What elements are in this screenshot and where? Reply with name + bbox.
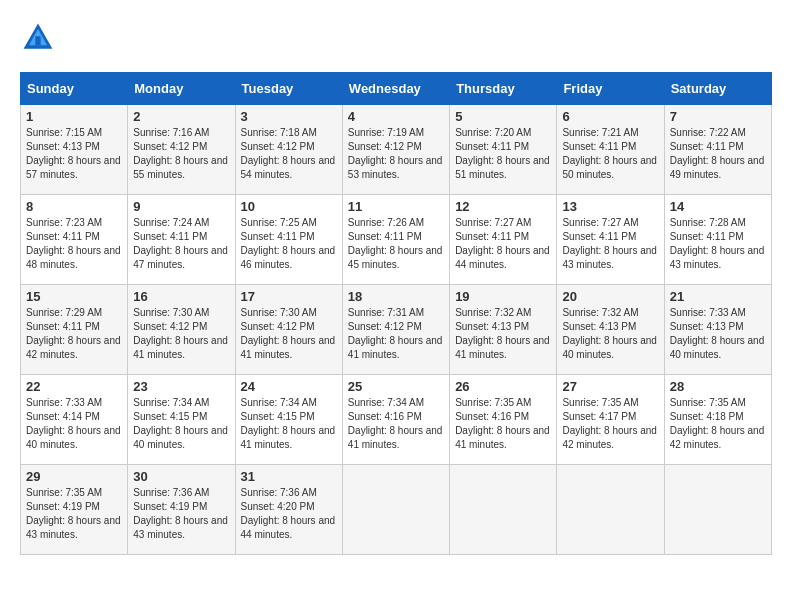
sunset-label: Sunset: 4:14 PM — [26, 411, 100, 422]
day-number: 8 — [26, 199, 122, 214]
sunrise-label: Sunrise: 7:35 AM — [562, 397, 638, 408]
calendar-cell: 4 Sunrise: 7:19 AM Sunset: 4:12 PM Dayli… — [342, 105, 449, 195]
sunrise-label: Sunrise: 7:31 AM — [348, 307, 424, 318]
calendar-cell: 11 Sunrise: 7:26 AM Sunset: 4:11 PM Dayl… — [342, 195, 449, 285]
calendar-cell: 30 Sunrise: 7:36 AM Sunset: 4:19 PM Dayl… — [128, 465, 235, 555]
daylight-label: Daylight: 8 hours and 48 minutes. — [26, 245, 121, 270]
calendar-cell: 19 Sunrise: 7:32 AM Sunset: 4:13 PM Dayl… — [450, 285, 557, 375]
sunrise-label: Sunrise: 7:26 AM — [348, 217, 424, 228]
day-number: 10 — [241, 199, 337, 214]
calendar-cell: 24 Sunrise: 7:34 AM Sunset: 4:15 PM Dayl… — [235, 375, 342, 465]
day-info: Sunrise: 7:15 AM Sunset: 4:13 PM Dayligh… — [26, 126, 122, 182]
sunrise-label: Sunrise: 7:32 AM — [455, 307, 531, 318]
calendar-cell: 28 Sunrise: 7:35 AM Sunset: 4:18 PM Dayl… — [664, 375, 771, 465]
daylight-label: Daylight: 8 hours and 49 minutes. — [670, 155, 765, 180]
sunrise-label: Sunrise: 7:24 AM — [133, 217, 209, 228]
sunrise-label: Sunrise: 7:34 AM — [241, 397, 317, 408]
calendar-cell: 26 Sunrise: 7:35 AM Sunset: 4:16 PM Dayl… — [450, 375, 557, 465]
daylight-label: Daylight: 8 hours and 40 minutes. — [562, 335, 657, 360]
day-number: 23 — [133, 379, 229, 394]
day-info: Sunrise: 7:28 AM Sunset: 4:11 PM Dayligh… — [670, 216, 766, 272]
day-number: 1 — [26, 109, 122, 124]
calendar-cell: 27 Sunrise: 7:35 AM Sunset: 4:17 PM Dayl… — [557, 375, 664, 465]
sunrise-label: Sunrise: 7:27 AM — [562, 217, 638, 228]
daylight-label: Daylight: 8 hours and 47 minutes. — [133, 245, 228, 270]
calendar-cell — [342, 465, 449, 555]
day-info: Sunrise: 7:27 AM Sunset: 4:11 PM Dayligh… — [562, 216, 658, 272]
col-header-tuesday: Tuesday — [235, 73, 342, 105]
day-info: Sunrise: 7:27 AM Sunset: 4:11 PM Dayligh… — [455, 216, 551, 272]
calendar-week-row: 22 Sunrise: 7:33 AM Sunset: 4:14 PM Dayl… — [21, 375, 772, 465]
day-number: 16 — [133, 289, 229, 304]
day-number: 11 — [348, 199, 444, 214]
day-info: Sunrise: 7:33 AM Sunset: 4:14 PM Dayligh… — [26, 396, 122, 452]
daylight-label: Daylight: 8 hours and 43 minutes. — [26, 515, 121, 540]
calendar-cell: 15 Sunrise: 7:29 AM Sunset: 4:11 PM Dayl… — [21, 285, 128, 375]
day-info: Sunrise: 7:21 AM Sunset: 4:11 PM Dayligh… — [562, 126, 658, 182]
sunset-label: Sunset: 4:13 PM — [455, 321, 529, 332]
day-info: Sunrise: 7:18 AM Sunset: 4:12 PM Dayligh… — [241, 126, 337, 182]
daylight-label: Daylight: 8 hours and 41 minutes. — [455, 335, 550, 360]
sunset-label: Sunset: 4:13 PM — [26, 141, 100, 152]
sunrise-label: Sunrise: 7:35 AM — [670, 397, 746, 408]
day-info: Sunrise: 7:35 AM Sunset: 4:19 PM Dayligh… — [26, 486, 122, 542]
calendar-cell: 16 Sunrise: 7:30 AM Sunset: 4:12 PM Dayl… — [128, 285, 235, 375]
sunset-label: Sunset: 4:11 PM — [455, 141, 529, 152]
daylight-label: Daylight: 8 hours and 42 minutes. — [670, 425, 765, 450]
calendar-cell: 10 Sunrise: 7:25 AM Sunset: 4:11 PM Dayl… — [235, 195, 342, 285]
day-number: 5 — [455, 109, 551, 124]
sunrise-label: Sunrise: 7:33 AM — [670, 307, 746, 318]
day-info: Sunrise: 7:30 AM Sunset: 4:12 PM Dayligh… — [241, 306, 337, 362]
daylight-label: Daylight: 8 hours and 57 minutes. — [26, 155, 121, 180]
day-number: 7 — [670, 109, 766, 124]
calendar-cell: 9 Sunrise: 7:24 AM Sunset: 4:11 PM Dayli… — [128, 195, 235, 285]
day-number: 31 — [241, 469, 337, 484]
day-number: 27 — [562, 379, 658, 394]
calendar-week-row: 29 Sunrise: 7:35 AM Sunset: 4:19 PM Dayl… — [21, 465, 772, 555]
day-info: Sunrise: 7:31 AM Sunset: 4:12 PM Dayligh… — [348, 306, 444, 362]
calendar-cell: 22 Sunrise: 7:33 AM Sunset: 4:14 PM Dayl… — [21, 375, 128, 465]
day-info: Sunrise: 7:34 AM Sunset: 4:15 PM Dayligh… — [133, 396, 229, 452]
sunset-label: Sunset: 4:19 PM — [26, 501, 100, 512]
sunrise-label: Sunrise: 7:22 AM — [670, 127, 746, 138]
daylight-label: Daylight: 8 hours and 41 minutes. — [241, 335, 336, 360]
sunset-label: Sunset: 4:11 PM — [241, 231, 315, 242]
sunset-label: Sunset: 4:17 PM — [562, 411, 636, 422]
logo — [20, 20, 62, 56]
daylight-label: Daylight: 8 hours and 42 minutes. — [562, 425, 657, 450]
sunset-label: Sunset: 4:11 PM — [670, 231, 744, 242]
sunrise-label: Sunrise: 7:15 AM — [26, 127, 102, 138]
calendar-cell: 18 Sunrise: 7:31 AM Sunset: 4:12 PM Dayl… — [342, 285, 449, 375]
day-info: Sunrise: 7:34 AM Sunset: 4:15 PM Dayligh… — [241, 396, 337, 452]
sunset-label: Sunset: 4:16 PM — [455, 411, 529, 422]
day-info: Sunrise: 7:34 AM Sunset: 4:16 PM Dayligh… — [348, 396, 444, 452]
sunset-label: Sunset: 4:16 PM — [348, 411, 422, 422]
calendar-cell — [450, 465, 557, 555]
day-info: Sunrise: 7:32 AM Sunset: 4:13 PM Dayligh… — [562, 306, 658, 362]
calendar-cell — [557, 465, 664, 555]
sunrise-label: Sunrise: 7:18 AM — [241, 127, 317, 138]
day-number: 22 — [26, 379, 122, 394]
sunset-label: Sunset: 4:12 PM — [133, 141, 207, 152]
day-number: 17 — [241, 289, 337, 304]
sunset-label: Sunset: 4:11 PM — [26, 321, 100, 332]
daylight-label: Daylight: 8 hours and 43 minutes. — [670, 245, 765, 270]
day-number: 28 — [670, 379, 766, 394]
day-info: Sunrise: 7:36 AM Sunset: 4:19 PM Dayligh… — [133, 486, 229, 542]
daylight-label: Daylight: 8 hours and 45 minutes. — [348, 245, 443, 270]
sunset-label: Sunset: 4:11 PM — [348, 231, 422, 242]
sunset-label: Sunset: 4:19 PM — [133, 501, 207, 512]
daylight-label: Daylight: 8 hours and 40 minutes. — [670, 335, 765, 360]
sunrise-label: Sunrise: 7:30 AM — [241, 307, 317, 318]
day-info: Sunrise: 7:26 AM Sunset: 4:11 PM Dayligh… — [348, 216, 444, 272]
daylight-label: Daylight: 8 hours and 41 minutes. — [133, 335, 228, 360]
calendar-cell: 29 Sunrise: 7:35 AM Sunset: 4:19 PM Dayl… — [21, 465, 128, 555]
day-number: 12 — [455, 199, 551, 214]
calendar-cell: 31 Sunrise: 7:36 AM Sunset: 4:20 PM Dayl… — [235, 465, 342, 555]
sunset-label: Sunset: 4:13 PM — [562, 321, 636, 332]
day-number: 20 — [562, 289, 658, 304]
day-info: Sunrise: 7:35 AM Sunset: 4:17 PM Dayligh… — [562, 396, 658, 452]
sunset-label: Sunset: 4:11 PM — [26, 231, 100, 242]
sunset-label: Sunset: 4:12 PM — [241, 321, 315, 332]
day-info: Sunrise: 7:20 AM Sunset: 4:11 PM Dayligh… — [455, 126, 551, 182]
